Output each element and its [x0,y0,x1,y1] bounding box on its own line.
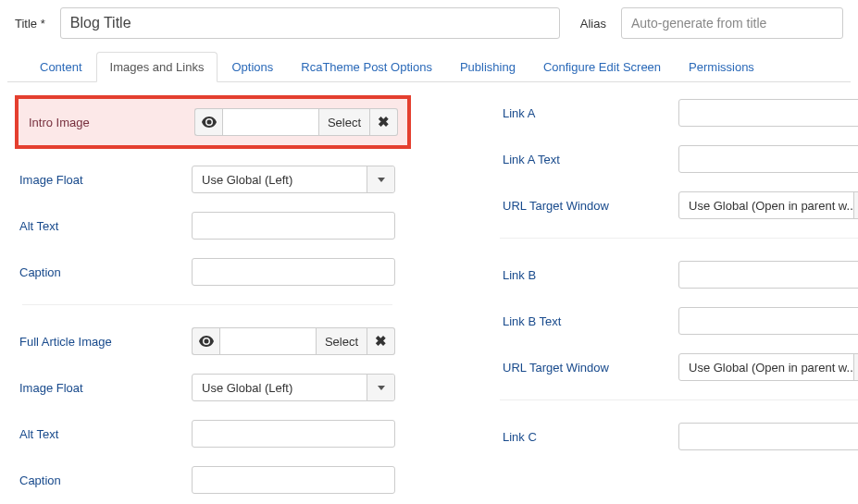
intro-image-clear-button[interactable]: ✖ [370,108,398,136]
tab-images-and-links[interactable]: Images and Links [96,52,218,82]
full-article-image-clear-button[interactable]: ✖ [367,327,395,355]
dropdown-caret[interactable] [853,192,858,218]
image-float-2-value: Use Global (Left) [193,375,367,400]
alt-text-label: Alt Text [19,219,192,233]
alias-label: Alias [580,17,606,31]
tab-configure-edit-screen[interactable]: Configure Edit Screen [529,52,675,82]
tab-content[interactable]: Content [26,52,96,82]
link-a-text-input[interactable] [678,145,858,173]
alt-text-2-input[interactable] [192,420,395,448]
intro-image-path[interactable] [222,108,318,136]
intro-image-highlight: Intro Image Select ✖ [15,95,411,149]
title-label: Title * [15,17,45,31]
link-c-label: Link C [503,430,678,444]
dropdown-caret[interactable] [367,166,394,192]
right-column: Link A Link A Text URL Target Window Use… [444,99,858,504]
tab-rcatheme-post-options[interactable]: RcaTheme Post Options [287,52,446,82]
url-target-a-value: Use Global (Open in parent w... [679,192,853,218]
url-target-a-label: URL Target Window [503,199,678,213]
url-target-b-label: URL Target Window [503,361,678,375]
link-b-text-input[interactable] [678,307,858,335]
link-a-input[interactable] [678,99,858,127]
caption-2-label: Caption [19,473,192,487]
full-article-image-path[interactable] [219,327,316,355]
intro-image-select-button[interactable]: Select [318,108,370,136]
dropdown-caret[interactable] [853,354,858,380]
url-target-a-select[interactable]: Use Global (Open in parent w... [678,191,858,219]
image-float-value: Use Global (Left) [193,166,367,192]
image-float-label: Image Float [19,173,192,187]
tabs: Content Images and Links Options RcaThem… [7,52,851,82]
link-a-text-label: Link A Text [503,153,678,166]
image-float-2-select[interactable]: Use Global (Left) [192,374,395,401]
url-target-b-select[interactable]: Use Global (Open in parent w... [678,353,858,381]
chevron-down-icon [378,386,385,390]
divider [500,238,858,239]
tab-publishing[interactable]: Publishing [446,52,529,82]
tab-permissions[interactable]: Permissions [675,52,768,82]
url-target-b-value: Use Global (Open in parent w... [679,354,853,380]
intro-image-media: Select ✖ [194,108,398,136]
header: Title * Alias [7,7,851,39]
alt-text-2-label: Alt Text [19,427,192,441]
full-article-image-label: Full Article Image [19,335,192,349]
link-b-text-label: Link B Text [503,314,678,328]
full-article-image-media: Select ✖ [192,327,395,355]
dropdown-caret[interactable] [367,375,394,400]
caption-input[interactable] [192,258,395,286]
alt-text-input[interactable] [192,212,395,240]
full-article-image-select-button[interactable]: Select [316,327,367,355]
caption-2-input[interactable] [192,466,395,494]
divider [22,304,392,305]
close-icon: ✖ [378,114,390,130]
divider [500,400,858,400]
intro-image-label: Intro Image [29,116,194,129]
image-float-select[interactable]: Use Global (Left) [192,166,395,193]
link-a-label: Link A [503,106,678,120]
eye-icon[interactable] [194,108,222,136]
link-b-label: Link B [503,268,678,282]
eye-icon[interactable] [192,327,219,355]
caption-label: Caption [19,265,192,279]
alias-input[interactable] [621,7,843,39]
link-b-input[interactable] [678,261,858,289]
image-float-2-label: Image Float [19,381,192,395]
tab-options[interactable]: Options [218,52,287,82]
title-input[interactable] [60,7,560,39]
left-column: Intro Image Select ✖ Image Float Use Glo… [7,99,407,504]
chevron-down-icon [378,178,385,182]
close-icon: ✖ [375,333,387,350]
link-c-input[interactable] [678,423,858,450]
